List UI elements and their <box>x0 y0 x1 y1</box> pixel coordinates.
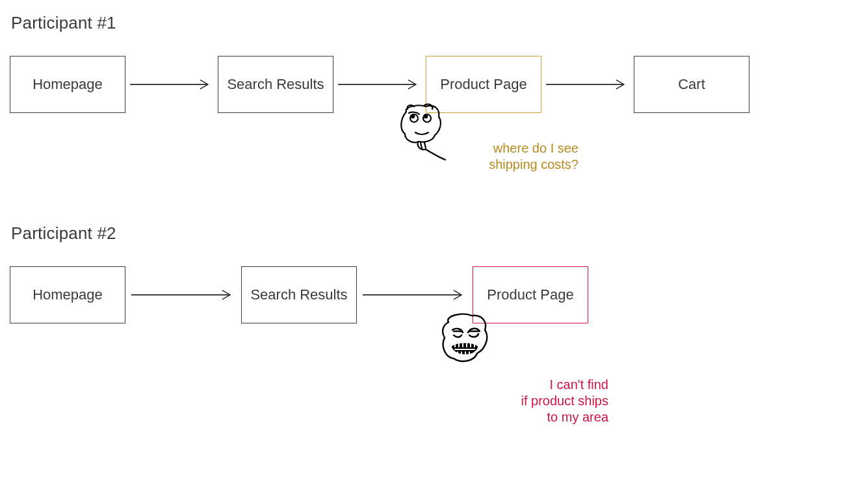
flow-node: Search Results <box>241 266 357 323</box>
flow-node: Homepage <box>10 56 125 113</box>
arrow-icon <box>130 78 213 91</box>
arrow-icon <box>131 288 235 301</box>
flow-node: Cart <box>634 56 749 113</box>
arrow-icon <box>338 78 421 91</box>
arrow-icon <box>546 78 629 91</box>
participant-1-title: Participant #1 <box>11 13 116 33</box>
reaction-caption: I can't findif product shipsto my area <box>481 377 608 425</box>
frustrated-face-icon <box>434 312 496 377</box>
flow-node: Search Results <box>218 56 333 113</box>
flow-node-label: Product Page <box>440 76 526 93</box>
svg-point-6 <box>424 115 428 118</box>
flow-node: Homepage <box>10 266 125 323</box>
flow-node-label: Homepage <box>32 286 103 303</box>
reaction-caption: where do I seeshipping costs? <box>455 140 578 173</box>
flow-node-label: Search Results <box>250 286 347 303</box>
confused-face-icon <box>392 103 447 161</box>
flow-node-label: Search Results <box>227 76 324 93</box>
flow-node-label: Homepage <box>32 76 103 93</box>
flow-node-label: Product Page <box>487 286 573 303</box>
caption-line: I can't findif product shipsto my area <box>521 377 608 424</box>
diagram-canvas: Participant #1 Homepage Search Results P… <box>0 0 858 504</box>
svg-point-5 <box>411 115 415 118</box>
caption-line: where do I seeshipping costs? <box>489 141 578 171</box>
arrow-icon <box>363 288 467 301</box>
participant-2-title: Participant #2 <box>11 223 116 244</box>
flow-node-label: Cart <box>678 76 705 93</box>
